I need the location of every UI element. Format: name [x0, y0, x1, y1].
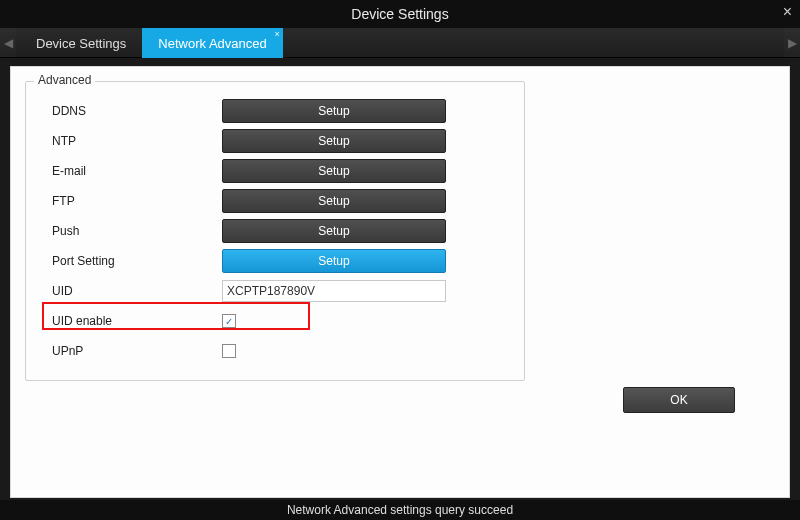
label-uid: UID: [36, 284, 222, 298]
tab-label: Device Settings: [36, 36, 126, 51]
upnp-checkbox[interactable]: [222, 344, 236, 358]
statusbar: Network Advanced settings query succeed: [0, 500, 800, 520]
setup-ddns-button[interactable]: Setup: [222, 99, 446, 123]
row-uid-enable: UID enable ✓: [36, 306, 514, 336]
label-push: Push: [36, 224, 222, 238]
advanced-fieldset: Advanced DDNS Setup NTP Setup E-mail Set…: [25, 81, 525, 381]
uid-enable-checkbox[interactable]: ✓: [222, 314, 236, 328]
row-ftp: FTP Setup: [36, 186, 514, 216]
tab-network-advanced[interactable]: Network Advanced ×: [142, 28, 282, 58]
setup-port-setting-button[interactable]: Setup: [222, 249, 446, 273]
row-push: Push Setup: [36, 216, 514, 246]
setup-ftp-button[interactable]: Setup: [222, 189, 446, 213]
label-ddns: DDNS: [36, 104, 222, 118]
titlebar: Device Settings ×: [0, 0, 800, 28]
setup-email-button[interactable]: Setup: [222, 159, 446, 183]
label-email: E-mail: [36, 164, 222, 178]
uid-input[interactable]: [222, 280, 446, 302]
label-ntp: NTP: [36, 134, 222, 148]
row-port-setting: Port Setting Setup: [36, 246, 514, 276]
ok-button[interactable]: OK: [623, 387, 735, 413]
label-upnp: UPnP: [36, 344, 222, 358]
tab-label: Network Advanced: [158, 36, 266, 51]
status-text: Network Advanced settings query succeed: [287, 503, 513, 517]
close-icon[interactable]: ×: [783, 4, 792, 20]
label-port-setting: Port Setting: [36, 254, 222, 268]
row-ddns: DDNS Setup: [36, 96, 514, 126]
content-area: Advanced DDNS Setup NTP Setup E-mail Set…: [10, 66, 790, 498]
tab-device-settings[interactable]: Device Settings: [20, 28, 142, 58]
tab-nav-left-icon[interactable]: ◀: [0, 28, 16, 57]
label-ftp: FTP: [36, 194, 222, 208]
row-email: E-mail Setup: [36, 156, 514, 186]
label-uid-enable: UID enable: [36, 314, 222, 328]
window-title: Device Settings: [351, 6, 448, 22]
setup-ntp-button[interactable]: Setup: [222, 129, 446, 153]
fieldset-legend: Advanced: [34, 73, 95, 87]
ok-button-label: OK: [670, 393, 687, 407]
row-uid: UID: [36, 276, 514, 306]
setup-push-button[interactable]: Setup: [222, 219, 446, 243]
tab-nav-right-icon[interactable]: ▶: [784, 28, 800, 57]
row-upnp: UPnP: [36, 336, 514, 366]
tabs: Device Settings Network Advanced ×: [20, 28, 283, 57]
row-ntp: NTP Setup: [36, 126, 514, 156]
tabstrip: ◀ Device Settings Network Advanced × ▶: [0, 28, 800, 58]
tab-close-icon[interactable]: ×: [274, 29, 279, 39]
